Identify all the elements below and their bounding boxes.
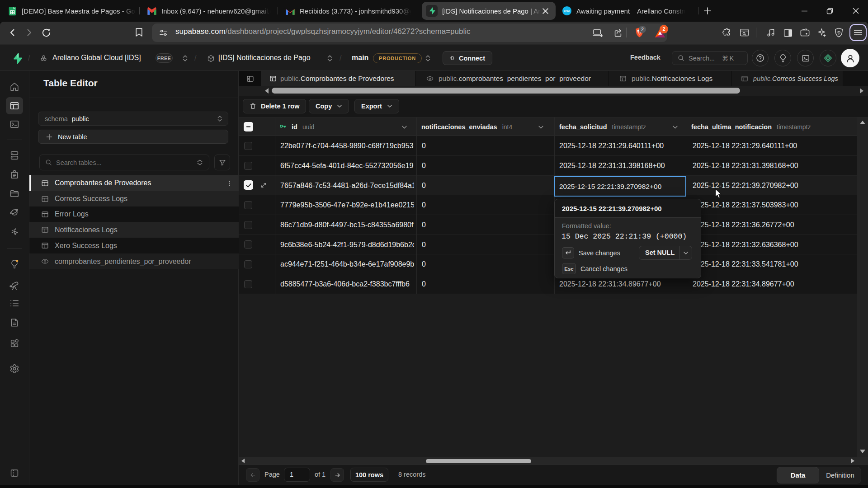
svg-text:xero: xero [564, 9, 570, 13]
